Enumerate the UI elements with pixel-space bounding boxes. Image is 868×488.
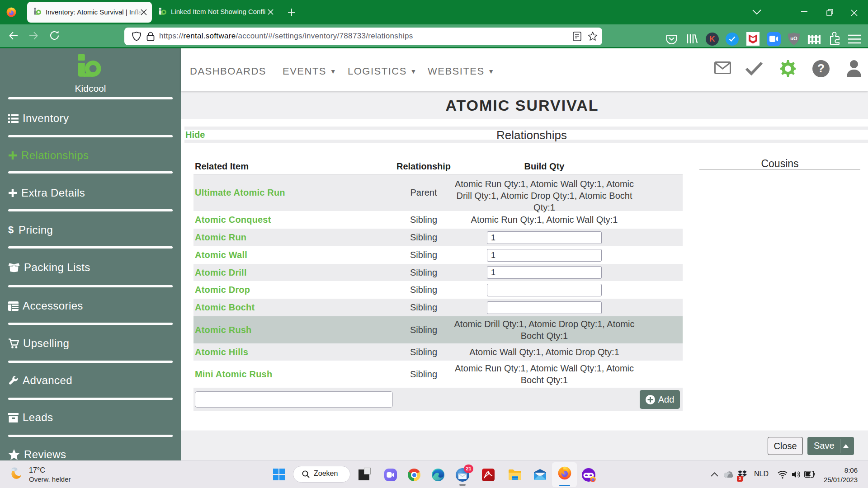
svg-text:?: ? — [817, 61, 825, 75]
svg-text:uO: uO — [790, 36, 797, 41]
